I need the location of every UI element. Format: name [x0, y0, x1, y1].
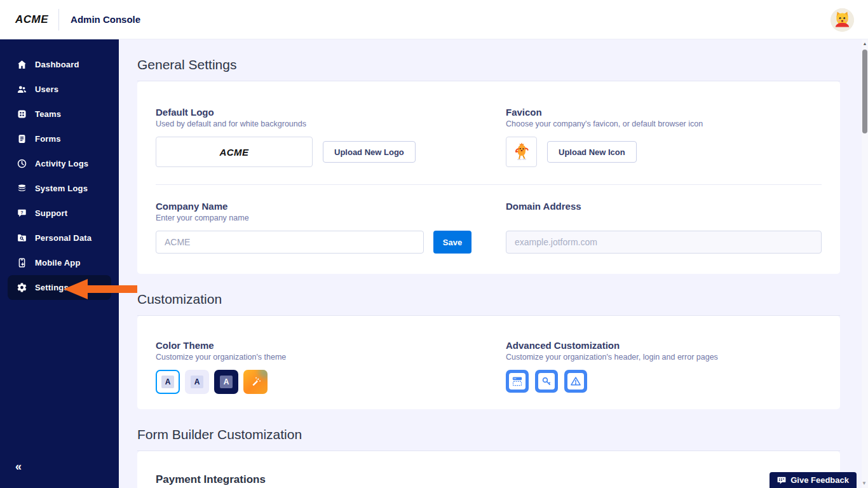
- color-theme-description: Customize your organization's theme: [156, 353, 506, 362]
- section-title-customization: Customization: [137, 274, 840, 316]
- sidebar-item-label: Dashboard: [35, 60, 79, 69]
- customize-error-button[interactable]: [564, 370, 587, 393]
- favicon-field: Favicon Choose your company's favicon, o…: [506, 107, 822, 167]
- sidebar-collapse-button[interactable]: «: [15, 461, 22, 472]
- advanced-customization-field: Advanced Customization Customize your or…: [506, 340, 822, 394]
- domain-address-description: [506, 214, 822, 222]
- swatch-letter: A: [161, 376, 174, 388]
- upload-new-logo-button[interactable]: Upload New Logo: [323, 141, 416, 163]
- sidebar-item-system-logs[interactable]: System Logs: [0, 176, 119, 201]
- favicon-description: Choose your company's favicon, or defaul…: [506, 119, 822, 128]
- customization-card: Color Theme Customize your organization'…: [137, 316, 840, 409]
- folder-search-icon: [16, 233, 27, 244]
- company-name-input[interactable]: [156, 231, 424, 254]
- section-title-general-settings: General Settings: [137, 39, 840, 81]
- scrollbar: ▲ ▼: [862, 39, 868, 488]
- save-button[interactable]: Save: [433, 231, 471, 254]
- domain-address-field: Domain Address: [506, 201, 822, 254]
- form-builder-card: Payment Integrations Let users see the p…: [137, 451, 840, 488]
- clock-icon: [16, 158, 27, 170]
- sidebar-item-teams[interactable]: Teams: [0, 102, 119, 126]
- sidebar-nav: Dashboard Users Teams Forms: [0, 39, 119, 300]
- general-settings-card: Default Logo Used by default and for whi…: [137, 81, 840, 274]
- svg-text:?: ?: [20, 210, 23, 215]
- teams-icon: [16, 109, 27, 120]
- swatch-letter: A: [220, 376, 233, 388]
- theme-swatch-custom[interactable]: [243, 370, 268, 394]
- mascot-avatar-icon: [831, 8, 854, 32]
- company-name-label: Company Name: [156, 201, 506, 212]
- default-logo-field: Default Logo Used by default and for whi…: [156, 107, 506, 167]
- advanced-customization-description: Customize your organization's header, lo…: [506, 353, 822, 362]
- sidebar-item-label: Personal Data: [35, 233, 92, 243]
- mascot-favicon-icon: [512, 142, 532, 162]
- user-avatar[interactable]: [831, 8, 854, 32]
- favicon-preview: [506, 137, 537, 167]
- color-theme-label: Color Theme: [156, 340, 506, 351]
- domain-address-label: Domain Address: [506, 201, 822, 212]
- app-title: Admin Console: [71, 14, 140, 25]
- sidebar: Dashboard Users Teams Forms: [0, 39, 119, 488]
- scrollbar-down-icon[interactable]: ▼: [860, 480, 868, 486]
- theme-swatch-light-selected[interactable]: A: [156, 370, 180, 394]
- color-theme-swatches: A A A: [156, 370, 506, 394]
- main-content: General Settings Default Logo Used by de…: [119, 39, 862, 488]
- default-logo-label: Default Logo: [156, 107, 506, 118]
- mobile-icon: [16, 257, 27, 269]
- favicon-label: Favicon: [506, 107, 822, 118]
- give-feedback-label: Give Feedback: [790, 475, 849, 485]
- sidebar-item-label: Teams: [35, 109, 61, 119]
- home-icon: [16, 59, 27, 71]
- default-logo-description: Used by default and for white background…: [156, 119, 506, 128]
- sidebar-item-mobile-app[interactable]: Mobile App: [0, 250, 119, 275]
- scrollbar-up-icon[interactable]: ▲: [862, 41, 868, 46]
- sidebar-item-label: Support: [35, 208, 67, 218]
- admin-console-app: ACME Admin Console: [0, 0, 868, 488]
- users-icon: [16, 84, 27, 95]
- warning-triangle-icon: [567, 373, 584, 390]
- forms-icon: [16, 133, 27, 145]
- payment-integrations-field: Payment Integrations Let users see the p…: [156, 473, 322, 488]
- top-header: ACME Admin Console: [0, 0, 868, 39]
- swatch-letter: A: [191, 376, 203, 388]
- advanced-customization-label: Advanced Customization: [506, 340, 822, 351]
- theme-swatch-dark[interactable]: A: [214, 370, 238, 394]
- header-page-icon: [509, 373, 526, 390]
- sidebar-item-activity-logs[interactable]: Activity Logs: [0, 151, 119, 176]
- upload-new-icon-button[interactable]: Upload New Icon: [547, 141, 637, 163]
- sidebar-item-users[interactable]: Users: [0, 77, 119, 102]
- key-icon: [538, 373, 555, 390]
- domain-address-input[interactable]: [506, 231, 822, 254]
- sidebar-item-label: Activity Logs: [35, 159, 88, 168]
- customize-login-button[interactable]: [535, 370, 558, 393]
- feedback-bubble-icon: [777, 477, 786, 484]
- sidebar-item-personal-data[interactable]: Personal Data: [0, 226, 119, 250]
- company-name-field: Company Name Enter your company name Sav…: [156, 201, 506, 254]
- database-icon: [16, 183, 27, 194]
- sidebar-item-forms[interactable]: Forms: [0, 126, 119, 151]
- sidebar-item-settings[interactable]: Settings: [8, 275, 111, 300]
- logo-preview: ACME: [156, 137, 313, 167]
- payment-integrations-label: Payment Integrations: [156, 473, 322, 486]
- sidebar-item-label: Mobile App: [35, 258, 81, 268]
- company-name-description: Enter your company name: [156, 214, 506, 222]
- gear-icon: [16, 282, 27, 294]
- header-divider: [58, 9, 59, 30]
- give-feedback-button[interactable]: Give Feedback: [770, 472, 857, 488]
- sidebar-item-label: System Logs: [35, 184, 88, 193]
- advanced-customization-icons: [506, 370, 822, 393]
- customize-header-button[interactable]: [506, 370, 529, 393]
- color-theme-field: Color Theme Customize your organization'…: [156, 340, 506, 394]
- scrollbar-thumb[interactable]: [862, 50, 867, 133]
- section-title-form-builder: Form Builder Customization: [137, 409, 840, 451]
- support-bubble-icon: ?: [16, 208, 27, 219]
- card-divider: [156, 184, 822, 185]
- sidebar-item-support[interactable]: ? Support: [0, 201, 119, 226]
- sidebar-item-dashboard[interactable]: Dashboard: [0, 52, 119, 77]
- sidebar-item-label: Users: [35, 85, 58, 94]
- theme-swatch-light[interactable]: A: [185, 370, 209, 394]
- company-logo: ACME: [15, 13, 48, 26]
- magic-wand-icon: [249, 376, 262, 388]
- sidebar-item-label: Forms: [35, 134, 61, 144]
- sidebar-item-label: Settings: [35, 283, 69, 292]
